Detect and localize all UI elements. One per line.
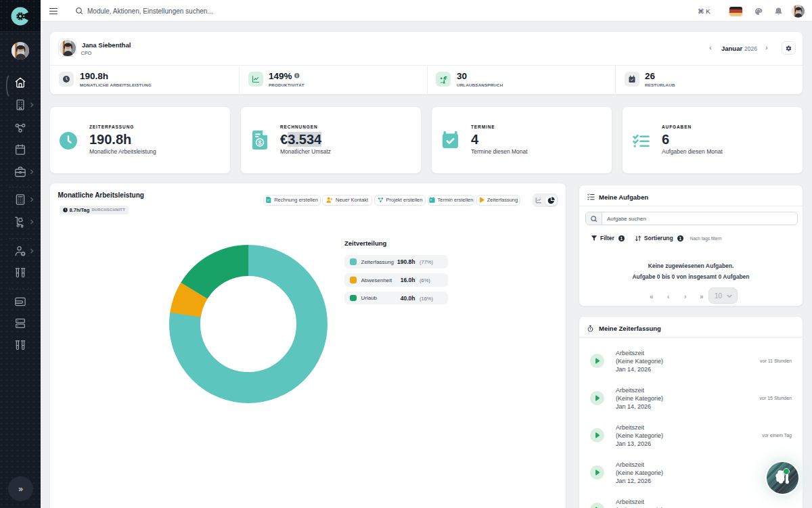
svg-text:$: $ — [258, 139, 261, 146]
